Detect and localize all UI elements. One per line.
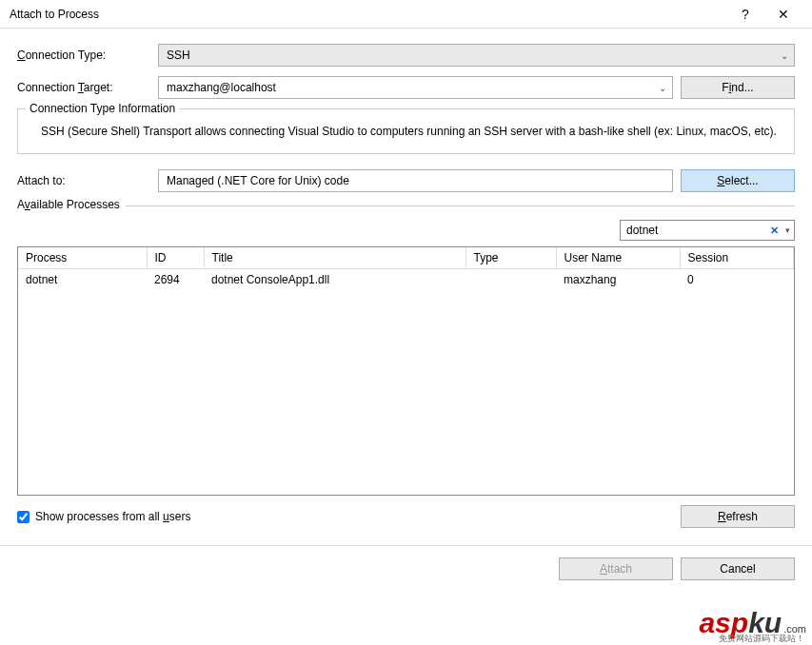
chevron-down-icon: ⌄ [659,83,666,93]
bottom-controls: Show processes from all users Refresh [17,505,795,528]
chevron-down-icon: ⌄ [781,50,788,61]
help-icon[interactable]: ? [726,1,764,28]
available-processes-section: Available Processes dotnet ✕ ▾ Process I… [17,205,795,528]
connection-type-info-box: Connection Type Information SSH (Secure … [17,108,795,154]
table-row[interactable]: dotnet 2694 dotnet ConsoleApp1.dll maxzh… [18,269,794,291]
connection-type-combo[interactable]: SSH ⌄ [158,44,795,67]
attach-button[interactable]: Attach [559,557,673,580]
col-type[interactable]: Type [465,247,556,269]
col-id[interactable]: ID [147,247,204,269]
select-button[interactable]: Select... [681,169,795,192]
filter-row: dotnet ✕ ▾ [17,220,795,241]
cell-user: maxzhang [556,269,680,291]
dialog-buttons: Attach Cancel [0,546,812,592]
connection-type-row: Connection Type: SSH ⌄ [17,44,795,67]
connection-target-combo[interactable]: maxzhang@localhost ⌄ [158,76,673,99]
cancel-button[interactable]: Cancel [681,557,795,580]
col-user[interactable]: User Name [556,247,680,269]
refresh-button[interactable]: Refresh [681,505,795,528]
filter-value: dotnet [626,224,658,237]
connection-target-value: maxzhang@localhost [167,81,276,94]
connection-type-value: SSH [167,49,190,62]
dialog-title: Attach to Process [10,8,99,21]
dialog-content: Connection Type: SSH ⌄ Connection Target… [0,29,812,546]
titlebar-controls: ? ✕ [726,1,802,28]
col-session[interactable]: Session [680,247,794,269]
show-all-users-checkbox[interactable]: Show processes from all users [17,510,190,523]
cell-session: 0 [680,269,794,291]
cell-title: dotnet ConsoleApp1.dll [204,269,465,291]
attach-to-label: Attach to: [17,174,150,187]
titlebar: Attach to Process ? ✕ [0,0,812,29]
col-title[interactable]: Title [204,247,465,269]
table-header-row: Process ID Title Type User Name Session [18,247,794,269]
cell-type [465,269,556,291]
process-table[interactable]: Process ID Title Type User Name Session … [17,246,795,496]
connection-target-row: Connection Target: maxzhang@localhost ⌄ … [17,76,795,99]
connection-target-label: Connection Target: [17,81,150,94]
chevron-down-icon[interactable]: ▾ [785,225,790,235]
watermark-sub: 免费网站源码下载站！ [719,633,804,645]
cell-id: 2694 [147,269,204,291]
attach-to-value: Managed (.NET Core for Unix) code [158,169,673,192]
section-separator: Available Processes [17,205,795,206]
col-process[interactable]: Process [18,247,147,269]
attach-to-row: Attach to: Managed (.NET Core for Unix) … [17,169,795,192]
find-button[interactable]: Find... [681,76,795,99]
show-all-users-input[interactable] [17,511,30,523]
info-body: SSH (Secure Shell) Transport allows conn… [31,123,781,140]
show-all-users-label: Show processes from all users [35,510,190,523]
close-icon[interactable]: ✕ [764,1,802,28]
clear-filter-icon[interactable]: ✕ [770,225,779,237]
connection-type-label: Connection Type: [17,49,150,62]
cell-process: dotnet [18,269,147,291]
filter-input[interactable]: dotnet ✕ ▾ [620,220,795,241]
info-legend: Connection Type Information [26,102,179,115]
available-processes-label: Available Processes [17,198,126,211]
